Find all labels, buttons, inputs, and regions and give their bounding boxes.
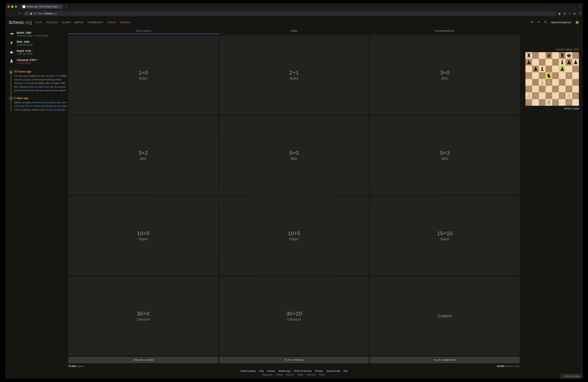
back-button[interactable]: ← <box>8 12 11 15</box>
rating-extra: • 1 this session <box>33 34 48 37</box>
rating-classical[interactable]: Classical: 1767? 1 losing streak <box>9 59 68 64</box>
timeline-entry: 💧 37 hours ago You can now enable the ne… <box>14 70 68 92</box>
rapid-icon <box>9 49 14 55</box>
timeline-link[interactable]: interview and analysis with none other t… <box>14 101 67 108</box>
rating-streak: 1 winning streak <box>17 53 33 55</box>
timeline-dot-icon: 🎤 <box>9 97 13 100</box>
nav-tools[interactable]: TOOLS <box>107 21 116 24</box>
address-bar[interactable]: ◯ 🔒 ⚙ https://lichess.org <box>23 11 294 16</box>
rating-streak: 4 winning streak <box>17 34 33 37</box>
pair-time: 5+0 <box>289 150 294 156</box>
timeline-body: You can now enable the new Stockfish 17 … <box>14 74 68 92</box>
minimize-window-button[interactable] <box>11 6 13 8</box>
quick-pairing-grid: 1+0Bullet2+1Bullet3+0Blitz3+2Blitz5+0Bli… <box>68 35 294 191</box>
pair-tile-5-0[interactable]: 5+0Blitz <box>219 116 294 191</box>
site-content: lichess.org PLAYPUZZLESLEARNWATCHCOMMUNI… <box>5 17 294 191</box>
timeline-time: 37 hours ago <box>14 70 68 73</box>
timeline: 💧 37 hours ago You can now enable the ne… <box>9 70 68 112</box>
rating-title: Bullet: 1585 <box>17 31 48 34</box>
timeline-link[interactable]: Stockfish team <box>34 86 50 88</box>
titlebar: ♘ lichess.org • Free Online Chess ✕ + ⌄ <box>5 3 294 10</box>
pair-tile-1-0[interactable]: 1+0Bullet <box>68 35 218 115</box>
url-bar: ← → ⟳ ◯ 🔒 ⚙ https://lichess.org ◧ ★ ✧ ≫ … <box>5 10 294 17</box>
main-nav: PLAYPUZZLESLEARNWATCHCOMMUNITYTOOLSDONAT… <box>36 21 130 24</box>
pair-time: 3+2 <box>138 150 148 156</box>
tab-close-icon[interactable]: ✕ <box>59 5 61 8</box>
bullet-icon <box>9 31 14 36</box>
timeline-link[interactable]: analysis <box>22 78 31 81</box>
favicon-icon: ♘ <box>23 5 25 8</box>
nav-watch[interactable]: WATCH <box>74 21 83 24</box>
logo[interactable]: lichess.org <box>9 20 32 25</box>
timeline-link[interactable]: Stockfish 16 <box>14 82 27 85</box>
lock-icon: 🔒 <box>30 12 33 15</box>
nav-learn[interactable]: LEARN <box>62 21 70 24</box>
tab-title: lichess.org • Free Online Chess <box>27 5 58 8</box>
nav-community[interactable]: COMMUNITY <box>87 21 103 24</box>
pair-tile-3-2[interactable]: 3+2Blitz <box>68 116 218 191</box>
timeline-time: 2 days ago <box>14 96 68 100</box>
browser-window: ♘ lichess.org • Free Online Chess ✕ + ⌄ … <box>5 3 294 191</box>
nav-play[interactable]: PLAY <box>36 21 42 24</box>
site-header: lichess.org PLAYPUZZLESLEARNWATCHCOMMUNI… <box>5 17 294 27</box>
lobby-tab-quick-pairing[interactable]: Quick pairing <box>68 27 219 34</box>
rating-streak: 1 losing streak <box>17 62 31 64</box>
rating-streak: 2 winning streak <box>17 44 33 46</box>
pair-type: Bullet <box>290 77 294 80</box>
lobby-tab-lobby[interactable]: Lobby <box>219 27 294 34</box>
pair-type: Bullet <box>139 77 147 80</box>
new-tab-button[interactable]: + <box>65 5 67 8</box>
rating-bullet[interactable]: Bullet: 1585 4 winning streak • 1 this s… <box>9 31 68 37</box>
nav-puzzles[interactable]: PUZZLES <box>46 21 58 24</box>
pair-time: 1+0 <box>138 69 148 76</box>
main-layout: Bullet: 1585 4 winning streak • 1 this s… <box>5 27 294 191</box>
rating-title: Rapid: 1741 <box>17 49 33 52</box>
lobby: Quick pairingLobbyCorrespondence 1+0Bull… <box>68 27 294 191</box>
nav-donate[interactable]: DONATE <box>120 21 130 24</box>
classical-icon <box>9 59 14 64</box>
timeline-link[interactable]: Stockfish 17 <box>45 74 59 77</box>
timeline-body: Watch our latest interview and analysis … <box>14 101 68 112</box>
reload-button[interactable]: ⟳ <box>19 12 21 15</box>
maximize-window-button[interactable] <box>15 6 17 8</box>
rating-blitz[interactable]: Blitz: 1683 2 winning streak <box>9 40 68 46</box>
timeline-dot-icon: 💧 <box>9 70 13 74</box>
rating-rapid[interactable]: Rapid: 1741 1 winning streak <box>9 49 68 55</box>
rating-title: Blitz: 1683 <box>17 40 33 43</box>
timeline-link[interactable]: IM Irene Sukandar <box>45 108 64 111</box>
pair-type: Blitz <box>291 157 294 161</box>
permissions-icon: ⚙ <box>34 12 36 15</box>
shield-icon: ◯ <box>25 12 28 15</box>
rating-title: Classical: 1767? <box>17 59 37 62</box>
lobby-tabs: Quick pairingLobbyCorrespondence <box>68 27 294 34</box>
pair-tile-2-1[interactable]: 2+1Bullet <box>219 35 294 115</box>
close-window-button[interactable] <box>7 6 10 8</box>
pair-type: Blitz <box>140 157 146 161</box>
window-controls <box>7 6 17 8</box>
pair-time: 2+1 <box>289 69 294 76</box>
timeline-entry: 🎤 2 days ago Watch our latest interview … <box>14 96 68 112</box>
browser-tab[interactable]: ♘ lichess.org • Free Online Chess ✕ <box>21 4 63 9</box>
left-rail: Bullet: 1585 4 winning streak • 1 this s… <box>9 27 68 191</box>
forward-button[interactable]: → <box>13 12 16 15</box>
blitz-icon <box>9 40 14 45</box>
url-text: https://lichess.org <box>38 12 57 15</box>
